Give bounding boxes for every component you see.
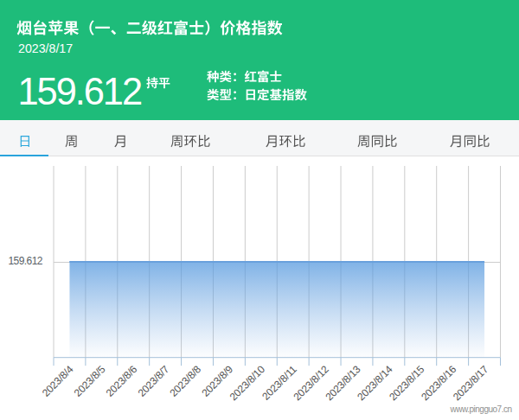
svg-text:159.612: 159.612 bbox=[8, 255, 42, 267]
svg-text:2023/8/6: 2023/8/6 bbox=[104, 363, 140, 399]
svg-text:2023/8/5: 2023/8/5 bbox=[72, 363, 108, 399]
svg-text:2023/8/7: 2023/8/7 bbox=[136, 363, 172, 399]
svg-text:www.pingguo7.cn: www.pingguo7.cn bbox=[450, 404, 512, 414]
svg-text:2023/8/4: 2023/8/4 bbox=[40, 363, 76, 399]
svg-text:2023/8/8: 2023/8/8 bbox=[168, 363, 204, 399]
svg-text:2023/8/17: 2023/8/17 bbox=[451, 363, 490, 403]
svg-text:2023/8/10: 2023/8/10 bbox=[227, 363, 267, 403]
